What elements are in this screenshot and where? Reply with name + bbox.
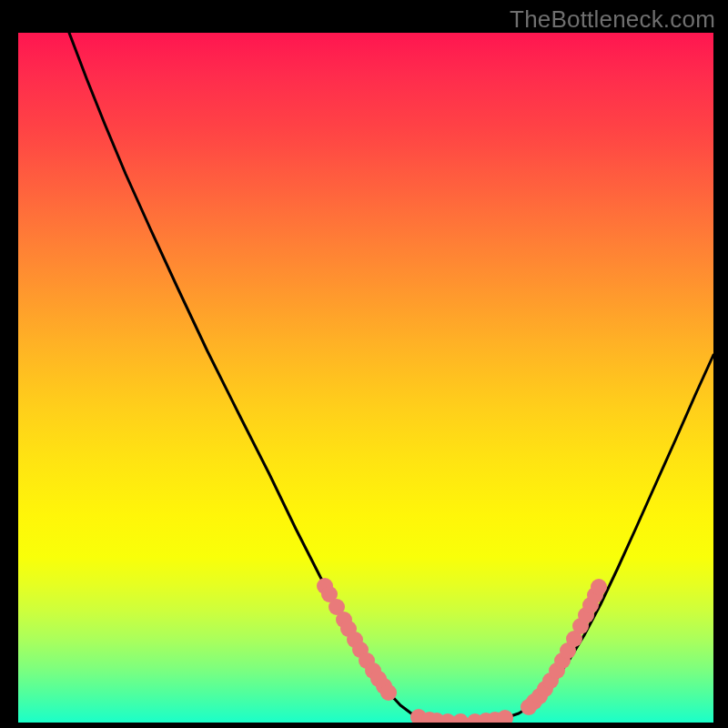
left-marker-cluster	[317, 578, 397, 701]
curve-marker	[591, 579, 607, 595]
curve-marker	[497, 710, 513, 723]
chart-svg	[18, 33, 713, 723]
chart-frame	[18, 33, 713, 723]
curve-marker	[380, 684, 397, 701]
curve-marker	[452, 713, 469, 723]
right-marker-cluster	[521, 579, 607, 715]
bottleneck-curve	[69, 33, 713, 722]
chart-plot-area	[18, 33, 713, 723]
watermark-text: TheBottleneck.com	[510, 5, 715, 34]
bottom-marker-cluster	[410, 709, 513, 723]
